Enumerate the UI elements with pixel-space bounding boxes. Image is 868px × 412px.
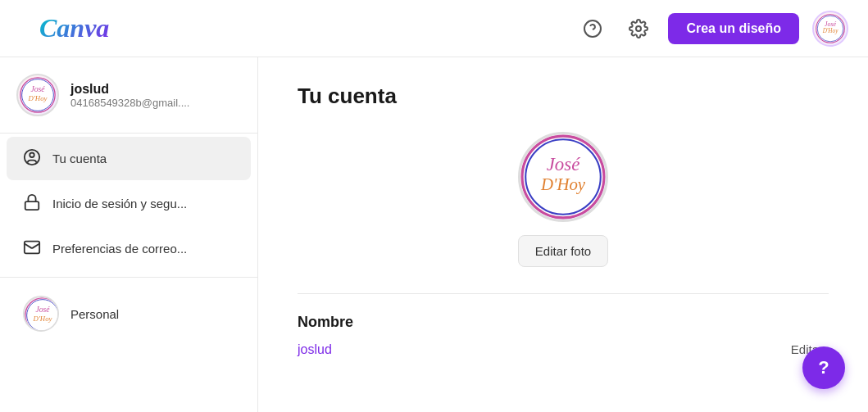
profile-avatar-large: José D'Hoy <box>518 132 608 222</box>
sidebar-user-avatar: José D'Hoy <box>16 74 59 116</box>
svg-text:José: José <box>30 84 45 93</box>
sidebar-user-email: 04168549328b@gmail.... <box>70 97 189 109</box>
hamburger-button[interactable] <box>20 15 26 43</box>
svg-text:José: José <box>547 154 580 174</box>
svg-text:D'Hoy: D'Hoy <box>28 94 48 102</box>
help-bubble-button[interactable]: ? <box>802 346 845 389</box>
edit-photo-button[interactable]: Editar foto <box>518 235 608 267</box>
canva-logo: Canva <box>39 13 109 43</box>
page-title: Tu cuenta <box>298 84 829 109</box>
team-avatar: José D'Hoy <box>23 296 59 332</box>
profile-photo-section: José D'Hoy Editar foto <box>298 132 829 267</box>
svg-rect-17 <box>25 242 39 254</box>
svg-point-15 <box>30 153 34 158</box>
header-right: Crea un diseño José D'Hoy <box>576 11 848 47</box>
svg-text:D'Hoy: D'Hoy <box>33 315 52 323</box>
sidebar-item-tu-cuenta[interactable]: Tu cuenta <box>7 137 251 180</box>
sidebar-team-personal[interactable]: José D'Hoy Personal <box>7 284 251 343</box>
help-icon-button[interactable] <box>576 12 609 45</box>
sidebar-divider-2 <box>0 277 257 278</box>
svg-rect-16 <box>25 201 39 210</box>
sidebar-item-preferencias-correo[interactable]: Preferencias de correo... <box>7 227 251 270</box>
svg-text:José: José <box>35 305 50 314</box>
sidebar-item-label: Tu cuenta <box>52 152 107 165</box>
svg-text:D'Hoy: D'Hoy <box>540 174 586 194</box>
sidebar-item-label: Preferencias de correo... <box>52 242 187 256</box>
sidebar-username: joslud <box>70 82 189 97</box>
field-section-nombre: Nombre joslud Edita <box>298 314 829 361</box>
email-icon <box>23 238 41 259</box>
header-left: Canva <box>20 13 109 43</box>
sidebar-item-inicio-sesion[interactable]: Inicio de sesión y segu... <box>7 182 251 225</box>
main-layout: José D'Hoy joslud 04168549328b@gmail....… <box>0 57 868 412</box>
svg-text:D'Hoy: D'Hoy <box>822 28 839 34</box>
user-circle-icon <box>23 148 41 169</box>
header-avatar[interactable]: José D'Hoy <box>812 11 848 47</box>
svg-text:José: José <box>825 20 837 28</box>
sidebar-divider-1 <box>0 133 257 134</box>
field-value-nombre: joslud <box>298 342 332 357</box>
create-design-button[interactable]: Crea un diseño <box>668 13 799 44</box>
header: Canva Crea un diseño José D'Hoy <box>0 0 868 57</box>
content-divider <box>298 293 829 294</box>
sidebar-item-label: Inicio de sesión y segu... <box>52 197 187 211</box>
field-row-nombre: joslud Edita <box>298 337 829 361</box>
sidebar-user-info: José D'Hoy joslud 04168549328b@gmail.... <box>0 57 257 129</box>
sidebar: José D'Hoy joslud 04168549328b@gmail....… <box>0 57 258 412</box>
field-label-nombre: Nombre <box>298 314 829 331</box>
svg-point-5 <box>636 26 641 31</box>
main-content: Tu cuenta José D'Hoy Editar foto Nombre … <box>258 57 868 412</box>
lock-icon <box>23 193 41 214</box>
sidebar-user-text: joslud 04168549328b@gmail.... <box>70 82 189 109</box>
sidebar-team-label: Personal <box>70 307 119 321</box>
settings-icon-button[interactable] <box>622 12 655 45</box>
